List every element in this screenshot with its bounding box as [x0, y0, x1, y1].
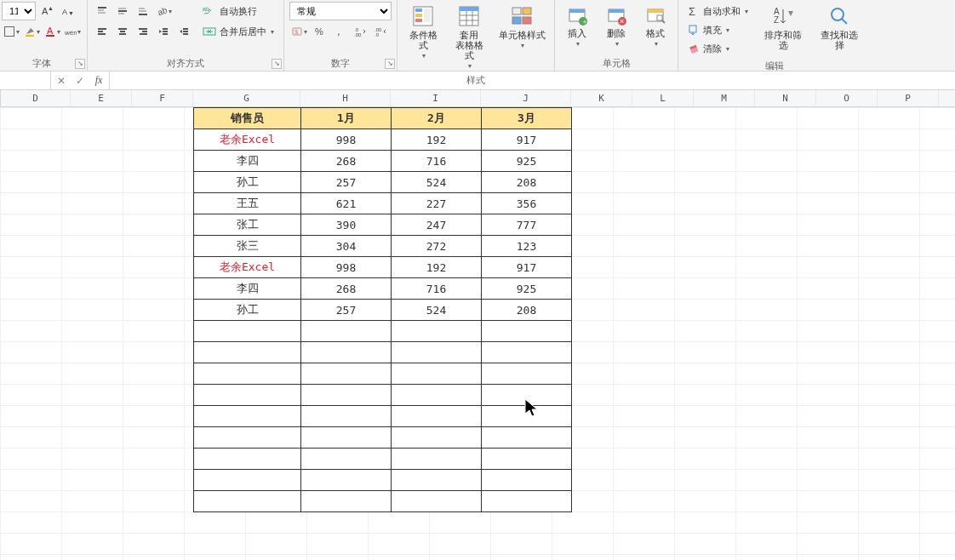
- empty-cell[interactable]: [194, 491, 301, 512]
- accounting-format-button[interactable]: $▾: [289, 22, 308, 41]
- empty-cell[interactable]: [194, 321, 301, 342]
- column-header-H[interactable]: H: [300, 90, 391, 106]
- empty-cell[interactable]: [392, 491, 482, 512]
- empty-cell[interactable]: [392, 342, 482, 363]
- empty-cell[interactable]: [482, 363, 572, 385]
- column-header-I[interactable]: I: [391, 90, 481, 106]
- empty-cell[interactable]: [482, 342, 572, 363]
- cancel-formula-icon[interactable]: ✕: [54, 74, 68, 88]
- decrease-font-size-button[interactable]: A▼: [58, 2, 77, 20]
- empty-cell[interactable]: [194, 470, 301, 491]
- value-cell[interactable]: 208: [482, 300, 572, 321]
- column-header-G[interactable]: G: [193, 90, 300, 106]
- increase-font-size-button[interactable]: A▲: [37, 2, 56, 20]
- delete-cells-button[interactable]: × 删除▾: [599, 2, 633, 50]
- column-header-O[interactable]: O: [816, 90, 878, 106]
- orientation-button[interactable]: ab▾: [154, 2, 173, 20]
- empty-cell[interactable]: [194, 385, 301, 406]
- align-top-button[interactable]: [93, 2, 112, 20]
- value-cell[interactable]: 917: [482, 257, 572, 278]
- fx-icon[interactable]: fx: [92, 74, 106, 88]
- fill-color-button[interactable]: ▾: [22, 22, 41, 41]
- font-dialog-launcher[interactable]: ↘: [75, 59, 85, 69]
- salesperson-cell[interactable]: 老余Excel: [194, 129, 301, 151]
- column-header-P[interactable]: P: [878, 90, 939, 106]
- format-as-table-button[interactable]: 套用 表格格式▾: [449, 2, 489, 72]
- empty-cell[interactable]: [301, 427, 392, 449]
- comma-format-button[interactable]: ,: [330, 22, 349, 41]
- value-cell[interactable]: 998: [301, 257, 392, 278]
- column-header-D[interactable]: D: [1, 90, 71, 106]
- value-cell[interactable]: 268: [301, 278, 392, 300]
- empty-cell[interactable]: [392, 321, 482, 342]
- salesperson-cell[interactable]: 王五: [194, 193, 301, 214]
- name-box[interactable]: [0, 71, 51, 89]
- table-header-cell[interactable]: 1月: [301, 108, 392, 129]
- column-header-M[interactable]: M: [694, 90, 755, 106]
- salesperson-cell[interactable]: 李四: [194, 151, 301, 172]
- format-cells-button[interactable]: 格式▾: [638, 2, 672, 50]
- align-left-button[interactable]: [93, 22, 112, 41]
- value-cell[interactable]: 356: [482, 193, 572, 214]
- value-cell[interactable]: 524: [392, 172, 482, 193]
- empty-cell[interactable]: [392, 427, 482, 449]
- value-cell[interactable]: 998: [301, 129, 392, 151]
- autosum-button[interactable]: Σ 自动求和▾: [683, 2, 752, 20]
- value-cell[interactable]: 621: [301, 193, 392, 214]
- align-center-button[interactable]: [113, 22, 132, 41]
- salesperson-cell[interactable]: 李四: [194, 278, 301, 300]
- value-cell[interactable]: 272: [392, 236, 482, 257]
- decrease-decimal-button[interactable]: .00.0: [371, 22, 390, 41]
- value-cell[interactable]: 917: [482, 129, 572, 151]
- empty-cell[interactable]: [301, 363, 392, 385]
- cell-styles-button[interactable]: 单元格样式▾: [495, 2, 549, 52]
- increase-decimal-button[interactable]: .0.00: [351, 22, 369, 41]
- column-header-Q[interactable]: Q: [939, 90, 955, 106]
- fill-button[interactable]: 填充▾: [683, 20, 752, 39]
- column-header-N[interactable]: N: [755, 90, 816, 106]
- empty-cell[interactable]: [482, 449, 572, 470]
- empty-cell[interactable]: [482, 470, 572, 491]
- value-cell[interactable]: 304: [301, 236, 392, 257]
- table-header-cell[interactable]: 3月: [482, 108, 572, 129]
- value-cell[interactable]: 268: [301, 151, 392, 172]
- font-size-combo[interactable]: 11: [2, 2, 36, 20]
- empty-cell[interactable]: [392, 449, 482, 470]
- salesperson-cell[interactable]: 老余Excel: [194, 257, 301, 278]
- table-header-cell[interactable]: 销售员: [194, 108, 301, 129]
- salesperson-cell[interactable]: 张三: [194, 236, 301, 257]
- empty-cell[interactable]: [194, 449, 301, 470]
- phonetic-guide-button[interactable]: wén▾: [63, 22, 82, 41]
- empty-cell[interactable]: [392, 406, 482, 427]
- value-cell[interactable]: 777: [482, 214, 572, 236]
- table-header-cell[interactable]: 2月: [392, 108, 482, 129]
- value-cell[interactable]: 716: [392, 151, 482, 172]
- enter-formula-icon[interactable]: ✓: [73, 74, 87, 88]
- empty-cell[interactable]: [194, 342, 301, 363]
- decrease-indent-button[interactable]: [154, 22, 173, 41]
- value-cell[interactable]: 925: [482, 151, 572, 172]
- insert-cells-button[interactable]: ＋ 插入▾: [560, 2, 594, 50]
- column-header-F[interactable]: F: [132, 90, 193, 106]
- salesperson-cell[interactable]: 张工: [194, 214, 301, 236]
- column-header-J[interactable]: J: [481, 90, 571, 106]
- align-middle-button[interactable]: [113, 2, 132, 20]
- value-cell[interactable]: 208: [482, 172, 572, 193]
- empty-cell[interactable]: [482, 385, 572, 406]
- clear-button[interactable]: 清除▾: [683, 39, 752, 58]
- empty-cell[interactable]: [194, 363, 301, 385]
- salesperson-cell[interactable]: 孙工: [194, 300, 301, 321]
- empty-cell[interactable]: [392, 470, 482, 491]
- column-header-K[interactable]: K: [571, 90, 632, 106]
- sheet-area[interactable]: 销售员1月2月3月 老余Excel998192917李四268716925孙工2…: [0, 107, 955, 560]
- value-cell[interactable]: 257: [301, 300, 392, 321]
- empty-cell[interactable]: [301, 406, 392, 427]
- value-cell[interactable]: 390: [301, 214, 392, 236]
- empty-cell[interactable]: [482, 321, 572, 342]
- empty-cell[interactable]: [301, 449, 392, 470]
- empty-cell[interactable]: [301, 385, 392, 406]
- align-right-button[interactable]: [134, 22, 152, 41]
- value-cell[interactable]: 123: [482, 236, 572, 257]
- empty-cell[interactable]: [482, 427, 572, 449]
- font-color-button[interactable]: A▾: [43, 22, 61, 41]
